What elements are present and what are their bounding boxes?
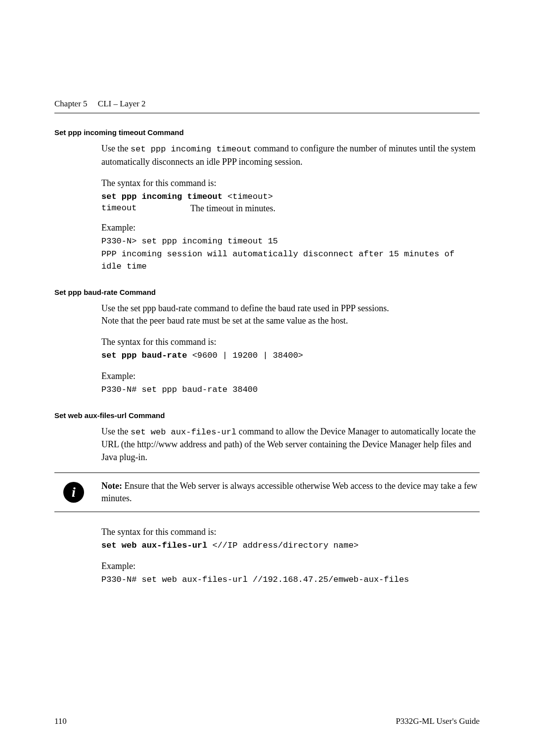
content-block-s3-body: The syntax for this command is: set web …: [101, 526, 480, 586]
note-text: Note: Ensure that the Web server is alwa…: [101, 480, 480, 505]
syntax-line-s3: set web aux-files-url <//IP address/dire…: [101, 538, 480, 552]
param-name-timeout: timeout: [101, 203, 190, 214]
s2-para1: Use the set ppp baud-rate command to def…: [101, 302, 480, 315]
intro-paragraph-s3: Use the set web aux-files-url command to…: [101, 425, 480, 464]
section-heading-ppp-timeout: Set ppp incoming timeout Command: [54, 128, 480, 137]
syntax-label-s3: The syntax for this command is:: [101, 526, 480, 538]
chapter-label: Chapter 5 CLI – Layer 2: [54, 99, 146, 108]
example-output-s2: P330-N# set ppp baud-rate 38400: [101, 383, 480, 396]
s2-para2: Note that the peer baud rate must be set…: [101, 315, 480, 327]
param-desc-timeout: The timeout in minutes.: [190, 203, 275, 214]
section-heading-web-aux: Set web aux-files-url Command: [54, 411, 480, 420]
content-block-s2: Use the set ppp baud-rate command to def…: [101, 302, 480, 396]
example-output-s1-line1: P330-N> set ppp incoming timeout 15: [101, 235, 480, 248]
page-number: 110: [54, 716, 67, 726]
intro-paragraph-s1: Use the set ppp incoming timeout command…: [101, 142, 480, 168]
page-header: Chapter 5 CLI – Layer 2: [54, 99, 480, 113]
info-icon: i: [63, 482, 84, 503]
example-label-s1: Example:: [101, 223, 480, 233]
param-row-s1: timeout The timeout in minutes.: [101, 203, 480, 214]
content-block-s3-intro: Use the set web aux-files-url command to…: [101, 425, 480, 464]
example-output-s1-line2: PPP incoming session will automatically …: [101, 248, 480, 273]
example-label-s2: Example:: [101, 371, 480, 381]
syntax-label-s2: The syntax for this command is:: [101, 336, 480, 348]
example-output-s3: P330-N# set web aux-files-url //192.168.…: [101, 573, 480, 586]
content-block-s1: Use the set ppp incoming timeout command…: [101, 142, 480, 273]
section-heading-ppp-baudrate: Set ppp baud-rate Command: [54, 288, 480, 296]
syntax-label-s1: The syntax for this command is:: [101, 177, 480, 189]
note-box: i Note: Ensure that the Web server is al…: [54, 472, 480, 512]
syntax-line-s1: set ppp incoming timeout <timeout>: [101, 189, 480, 203]
syntax-line-s2: set ppp baud-rate <9600 | 19200 | 38400>: [101, 348, 480, 362]
example-label-s3: Example:: [101, 561, 480, 571]
guide-name: P332G-ML User's Guide: [396, 716, 480, 726]
page-footer: 110 P332G-ML User's Guide: [54, 716, 480, 726]
